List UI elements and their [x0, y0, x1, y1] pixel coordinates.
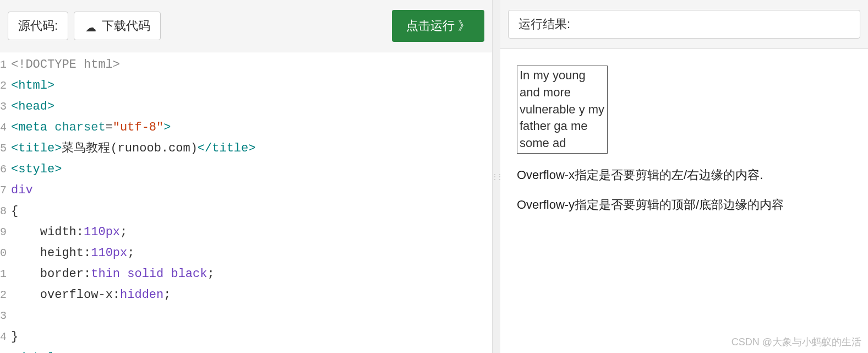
code-content[interactable]: <title>菜鸟教程(runoob.com)</title>: [10, 138, 255, 159]
code-content[interactable]: <meta charset="utf-8">: [10, 117, 171, 138]
line-number: 4: [0, 327, 10, 347]
code-line[interactable]: 1 border:thin solid black;: [0, 264, 492, 285]
code-line[interactable]: 7div: [0, 180, 492, 201]
code-line[interactable]: 6<style>: [0, 159, 492, 180]
line-number: 1: [0, 264, 10, 285]
result-paragraph-2: Overflow-y指定是否要剪辑的顶部/底部边缘的内容: [517, 197, 851, 213]
line-number: 3: [0, 96, 10, 117]
result-panel: 运行结果: In my young and more vulnerable y …: [500, 0, 868, 353]
panel-divider[interactable]: [493, 0, 500, 353]
code-editor[interactable]: 1<!DOCTYPE html>2<html>3<head>4<meta cha…: [0, 52, 492, 353]
line-number: 8: [0, 201, 10, 222]
line-number: 3: [0, 306, 10, 327]
source-toolbar: 源代码: 下载代码 点击运行 》: [0, 0, 492, 52]
code-line[interactable]: 4}: [0, 327, 492, 347]
code-line[interactable]: 3<head>: [0, 96, 492, 117]
line-number: 2: [0, 75, 10, 96]
code-line[interactable]: 0 height:110px;: [0, 243, 492, 264]
source-label: 源代码:: [8, 12, 68, 40]
code-content[interactable]: height:110px;: [10, 243, 134, 264]
download-code-button[interactable]: 下载代码: [74, 12, 161, 40]
code-content[interactable]: border:thin solid black;: [10, 264, 215, 285]
line-number: 2: [0, 285, 10, 306]
code-content[interactable]: <style>: [10, 159, 62, 180]
download-label: 下载代码: [102, 18, 150, 34]
code-editor-scroll[interactable]: 1<!DOCTYPE html>2<html>3<head>4<meta cha…: [0, 52, 492, 353]
code-content[interactable]: }: [10, 327, 18, 347]
result-label: 运行结果:: [508, 10, 860, 39]
code-content[interactable]: {: [10, 201, 18, 222]
line-number: 5: [0, 347, 10, 353]
result-body: In my young and more vulnerable y my fat…: [500, 49, 868, 230]
code-content[interactable]: width:110px;: [10, 222, 127, 243]
code-content[interactable]: div: [10, 180, 33, 201]
result-paragraph-1: Overflow-x指定是否要剪辑的左/右边缘的内容.: [517, 167, 851, 183]
line-number: 1: [0, 55, 10, 75]
code-content[interactable]: <html>: [10, 75, 54, 96]
line-number: 0: [0, 243, 10, 264]
code-line[interactable]: 4<meta charset="utf-8">: [0, 117, 492, 138]
demo-box-text: In my young and more vulnerable y my fat…: [520, 68, 604, 150]
code-content[interactable]: overflow-x:hidden;: [10, 285, 171, 306]
code-line[interactable]: 5<title>菜鸟教程(runoob.com)</title>: [0, 138, 492, 159]
source-panel: 源代码: 下载代码 点击运行 》 1<!DOCTYPE html>2<html>…: [0, 0, 493, 353]
code-content[interactable]: <!DOCTYPE html>: [10, 55, 120, 75]
code-content[interactable]: [10, 306, 11, 327]
code-line[interactable]: 2<html>: [0, 75, 492, 96]
code-line[interactable]: 2 overflow-x:hidden;: [0, 285, 492, 306]
line-number: 4: [0, 117, 10, 138]
watermark: CSDN @大象与小蚂蚁的生活: [731, 335, 861, 349]
run-button[interactable]: 点击运行 》: [392, 10, 484, 42]
code-content[interactable]: <head>: [10, 96, 54, 117]
line-number: 9: [0, 222, 10, 243]
line-number: 6: [0, 159, 10, 180]
line-number: 5: [0, 138, 10, 159]
code-content[interactable]: </style>: [10, 347, 69, 353]
code-line[interactable]: 9 width:110px;: [0, 222, 492, 243]
code-line[interactable]: 1<!DOCTYPE html>: [0, 55, 492, 75]
result-toolbar: 运行结果:: [500, 0, 868, 49]
line-number: 7: [0, 180, 10, 201]
code-line[interactable]: 5</style>: [0, 347, 492, 353]
code-line[interactable]: 8{: [0, 201, 492, 222]
cloud-download-icon: [84, 20, 97, 31]
code-line[interactable]: 3: [0, 306, 492, 327]
demo-overflow-box[interactable]: In my young and more vulnerable y my fat…: [517, 66, 608, 154]
